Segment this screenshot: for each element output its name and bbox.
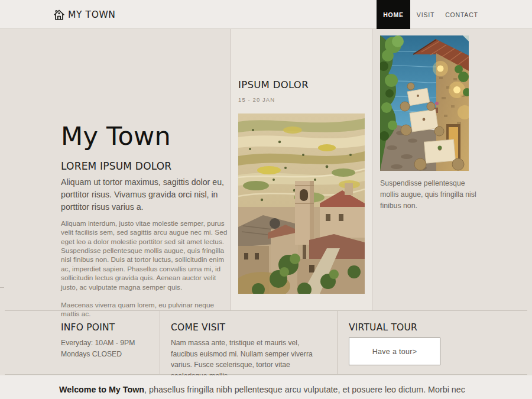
home-icon bbox=[52, 8, 66, 22]
strip-divider bbox=[337, 311, 338, 374]
info-point-closed: Mondays CLOSED bbox=[61, 349, 135, 360]
strip-divider bbox=[160, 311, 160, 374]
info-point-hours: Everyday: 10AM - 9PM bbox=[61, 338, 135, 349]
header: MY TOWN HOME VISIT CONTACT bbox=[0, 0, 532, 29]
page-title: My Town bbox=[61, 121, 234, 153]
hero-lead-paragraph: Aliquam ut tortor maximus, sagittis dolo… bbox=[61, 176, 234, 213]
seaside-terrace-photo bbox=[380, 35, 469, 171]
left-edge-border-fragment bbox=[0, 287, 4, 288]
info-strip: INFO POINT Everyday: 10AM - 9PM Mondays … bbox=[5, 310, 527, 375]
virtual-tour-section: VIRTUAL TOUR Have a tour> bbox=[349, 322, 440, 365]
have-a-tour-button[interactable]: Have a tour> bbox=[349, 338, 440, 365]
come-visit-text: Nam massa ante, tristique et mauris vel,… bbox=[171, 338, 319, 381]
nav-item-contact[interactable]: CONTACT bbox=[442, 0, 481, 29]
nav-item-visit[interactable]: VISIT bbox=[414, 0, 437, 29]
hero-section: My Town LOREM IPSUM DOLOR Aliquam ut tor… bbox=[61, 121, 234, 319]
footer-intro-rest: , phasellus fringilla nibh pellentesque … bbox=[144, 385, 465, 394]
info-point-section: INFO POINT Everyday: 10AM - 9PM Mondays … bbox=[61, 322, 135, 359]
footer-intro-text: Welcome to My Town, phasellus fringilla … bbox=[59, 385, 465, 394]
come-visit-title: COME VISIT bbox=[171, 322, 319, 333]
virtual-tour-title: VIRTUAL TOUR bbox=[349, 322, 440, 333]
town-aerial-photo bbox=[238, 113, 365, 294]
footer: Welcome to My Town, phasellus fringilla … bbox=[0, 375, 532, 399]
come-visit-section: COME VISIT Nam massa ante, tristique et … bbox=[171, 322, 319, 381]
footer-intro-bold: Welcome to My Town bbox=[59, 385, 144, 394]
aside-caption: Suspendisse pellentesque mollis augue, q… bbox=[380, 178, 481, 212]
event-title: IPSUM DOLOR bbox=[238, 79, 309, 90]
event-date: 15 - 20 JAN bbox=[238, 96, 275, 103]
logo[interactable]: MY TOWN bbox=[52, 0, 116, 29]
logo-text: MY TOWN bbox=[68, 9, 116, 20]
info-point-title: INFO POINT bbox=[61, 322, 135, 333]
hero-body-paragraph: Aliquam interdum, justo vitae molestie s… bbox=[61, 219, 234, 292]
nav-item-home[interactable]: HOME bbox=[377, 0, 410, 29]
hero-subtitle: LOREM IPSUM DOLOR bbox=[61, 160, 234, 172]
